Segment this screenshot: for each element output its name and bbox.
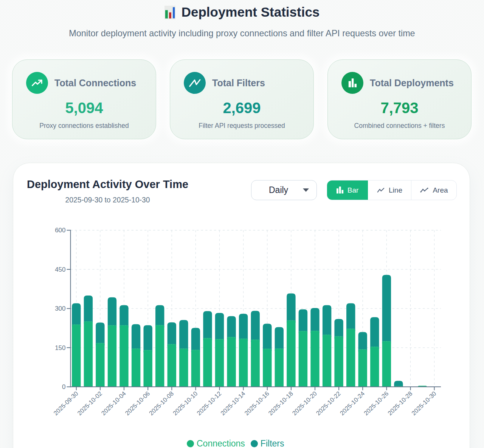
svg-text:450: 450: [55, 266, 65, 273]
svg-text:2025-10-18: 2025-10-18: [267, 390, 294, 417]
svg-text:2025-10-22: 2025-10-22: [315, 390, 342, 417]
svg-text:2025-10-28: 2025-10-28: [386, 390, 414, 417]
svg-text:2025-10-12: 2025-10-12: [195, 390, 223, 417]
svg-text:2025-10-08: 2025-10-08: [147, 390, 175, 417]
svg-text:2025-10-26: 2025-10-26: [362, 390, 389, 417]
svg-text:2025-10-30: 2025-10-30: [410, 390, 437, 417]
svg-text:2025-10-24: 2025-10-24: [338, 390, 366, 417]
svg-text:2025-10-14: 2025-10-14: [219, 390, 247, 417]
svg-text:150: 150: [55, 344, 65, 352]
svg-text:2025-10-20: 2025-10-20: [291, 390, 318, 417]
svg-text:300: 300: [55, 305, 65, 312]
svg-text:0: 0: [62, 383, 65, 390]
svg-text:2025-10-02: 2025-10-02: [76, 390, 103, 417]
svg-text:2025-10-06: 2025-10-06: [124, 390, 151, 417]
svg-text:2025-10-16: 2025-10-16: [243, 390, 270, 417]
svg-text:2025-10-04: 2025-10-04: [100, 390, 127, 417]
svg-text:600: 600: [55, 227, 65, 234]
svg-text:2025-10-10: 2025-10-10: [171, 390, 199, 417]
svg-text:2025-09-30: 2025-09-30: [52, 390, 79, 417]
